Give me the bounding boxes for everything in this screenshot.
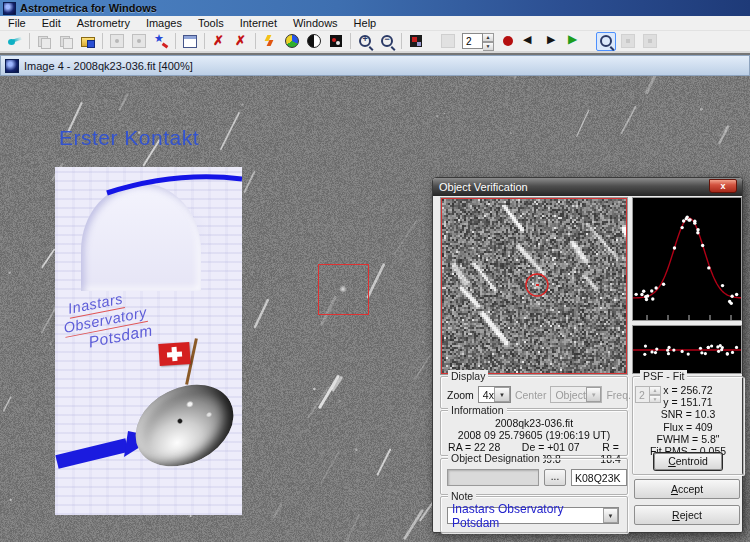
image-window-titlebar[interactable]: Image 4 - 2008qk23-036.fit [400%]	[0, 55, 750, 76]
note-group: Note Inastars Observatory Potsdam ▼	[440, 496, 628, 533]
centroid-button[interactable]: Centroid	[654, 453, 722, 470]
menu-file[interactable]: File	[0, 17, 34, 29]
chevron-down-icon: ▼	[586, 387, 602, 402]
invert-icon	[330, 35, 342, 47]
info-datetime: 2008 09 25.79605 (19:06:19 UT)	[441, 429, 627, 441]
color-wheel-icon	[285, 34, 299, 48]
image-settings-icon[interactable]	[406, 32, 426, 51]
target-icon	[107, 32, 127, 51]
delete-cross-icon-2[interactable]	[231, 32, 251, 51]
information-legend: Information	[448, 404, 507, 416]
target-icon-2	[129, 32, 149, 51]
close-icon[interactable]: x	[709, 179, 737, 193]
note-value: Inastars Observatory Potsdam	[452, 502, 603, 530]
target-icon-2	[132, 34, 146, 48]
step-forward-icon	[545, 34, 559, 48]
step-back-icon[interactable]	[520, 32, 540, 51]
app-title: Astrometrica for Windows	[20, 2, 157, 14]
psf-flux: Flux = 409	[633, 421, 743, 433]
copy-icon	[34, 32, 54, 51]
dialog-title: Object Verification	[439, 181, 528, 193]
disabled-tool-icon-2	[640, 32, 660, 51]
note-select[interactable]: Inastars Observatory Potsdam ▼	[447, 507, 619, 524]
menu-images[interactable]: Images	[138, 17, 190, 29]
psf-x: x = 256.72	[633, 384, 743, 396]
menu-internet[interactable]: Internet	[232, 17, 285, 29]
flash-icon[interactable]	[260, 32, 280, 51]
toolbar-sep	[350, 33, 351, 49]
toolbar-sep	[102, 33, 103, 49]
title-bar[interactable]: Astrometrica for Windows	[0, 0, 750, 16]
blue-curve	[107, 177, 242, 193]
magnifier-select-icon[interactable]	[596, 32, 616, 51]
image-document-icon	[5, 59, 19, 73]
packed-designation-input[interactable]: K08Q23K	[571, 469, 627, 486]
frame-number-spinner[interactable]: 2▲▼	[462, 33, 494, 49]
disabled-tool-icon-1	[618, 32, 638, 51]
menu-edit[interactable]: Edit	[34, 17, 69, 29]
contrast-icon[interactable]	[304, 32, 324, 51]
step-back-icon	[523, 34, 537, 48]
invert-icon[interactable]	[326, 32, 346, 51]
chevron-down-icon[interactable]: ▼	[494, 387, 510, 402]
menu-help[interactable]: Help	[346, 17, 385, 29]
comet-icon[interactable]	[5, 32, 25, 51]
object-designation-legend: Object Designation	[448, 452, 543, 464]
center-value: Object	[555, 389, 585, 401]
menu-tools[interactable]: Tools	[190, 17, 232, 29]
zoom-label: Zoom	[447, 389, 474, 401]
object-verification-dialog: Object Verification x Display Zoom 4x ▼ …	[432, 177, 743, 533]
toolbar: 2▲▼	[0, 31, 750, 53]
psf-y: y = 151.71	[633, 396, 743, 408]
contrast-icon	[307, 34, 321, 48]
psf-residual-plot	[633, 326, 741, 373]
delete-cross-icon	[212, 34, 226, 48]
zoom-in-icon	[359, 35, 371, 47]
psf-fit-legend: PSF - Fit	[640, 370, 687, 382]
menu-bar: FileEditAstrometryImagesToolsInternetWin…	[0, 16, 750, 31]
folder-icon	[81, 34, 95, 48]
toolbar-sep	[401, 33, 402, 49]
zoom-in-icon[interactable]	[355, 32, 375, 51]
comet-icon	[8, 34, 22, 48]
folder-icon[interactable]	[78, 32, 98, 51]
toolbar-sep	[29, 33, 30, 49]
designation-field	[447, 469, 539, 486]
zoom-value: 4x	[483, 389, 494, 401]
zoom-select[interactable]: 4x ▼	[478, 386, 511, 403]
color-wheel-icon[interactable]	[282, 32, 302, 51]
dialog-titlebar[interactable]: Object Verification	[433, 178, 742, 196]
reference-stars-icon	[154, 34, 168, 48]
annotation-headline: Erster Kontakt	[59, 126, 199, 150]
chevron-down-icon[interactable]: ▼	[603, 508, 618, 523]
accept-button[interactable]: Accept	[634, 479, 740, 499]
psf-fit-group: PSF - Fit x = 256.72 y = 151.71 SNR = 10…	[632, 376, 744, 475]
psf-fwhm: FWHM = 5.8"	[633, 433, 743, 445]
menu-astrometry[interactable]: Astrometry	[69, 17, 138, 29]
paste-icon	[59, 34, 73, 48]
step-forward-icon[interactable]	[542, 32, 562, 51]
verification-thumbnail-canvas[interactable]	[441, 198, 627, 374]
zoom-out-icon[interactable]	[377, 32, 397, 51]
blue-arrow-shaft	[57, 445, 127, 462]
paste-icon	[56, 32, 76, 51]
magnifier-select-icon	[600, 35, 612, 47]
object-selection-box[interactable]	[318, 264, 369, 315]
delete-cross-icon[interactable]	[209, 32, 229, 51]
window-icon[interactable]	[180, 32, 200, 51]
target-icon	[110, 34, 124, 48]
flash-icon	[263, 34, 277, 48]
browse-button[interactable]: ...	[544, 469, 566, 486]
toolbar-sep	[175, 33, 176, 49]
play-icon[interactable]	[564, 32, 584, 51]
psf-profile-panel	[632, 197, 742, 321]
reject-button[interactable]: Reject	[634, 505, 740, 525]
psf-snr: SNR = 10.3	[633, 408, 743, 420]
psf-profile-plot	[633, 198, 741, 320]
copy-icon	[37, 34, 51, 48]
record-icon[interactable]	[498, 32, 518, 51]
reference-stars-icon[interactable]	[151, 32, 171, 51]
menu-windows[interactable]: Windows	[285, 17, 346, 29]
toolbar-sep	[255, 33, 256, 49]
note-legend: Note	[448, 490, 476, 502]
